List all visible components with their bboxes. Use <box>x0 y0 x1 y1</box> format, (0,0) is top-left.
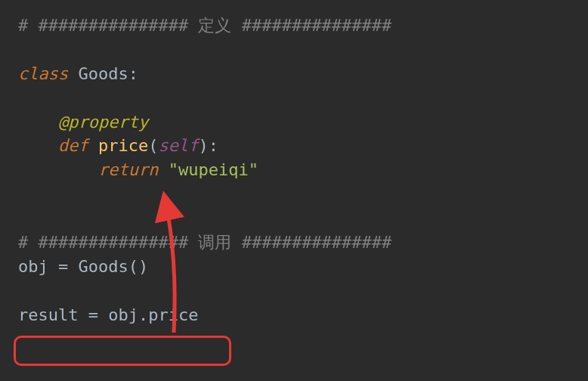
paren-close: ) <box>198 136 208 155</box>
equals: = <box>78 305 108 324</box>
ident-obj: obj <box>18 257 48 276</box>
ident-obj-ref: obj <box>108 305 138 324</box>
ident-result: result <box>18 305 78 324</box>
attr-price: price <box>148 305 198 324</box>
decorator-name: property <box>68 113 148 132</box>
class-name: Goods <box>78 64 128 83</box>
decorator-at: @ <box>58 113 68 132</box>
colon: : <box>209 136 218 155</box>
paren-open: ( <box>148 136 158 155</box>
paren-close: ) <box>138 257 148 276</box>
keyword-class: class <box>18 64 68 83</box>
keyword-return: return <box>98 160 158 179</box>
self-param: self <box>158 136 198 155</box>
call-classname: Goods <box>79 257 128 276</box>
string-literal: "wupeiqi" <box>169 160 258 179</box>
paren-open: ( <box>128 257 138 276</box>
keyword-def: def <box>58 136 88 155</box>
comment-line-2: # ############### 调用 ############### <box>18 233 391 252</box>
function-name: price <box>98 136 148 155</box>
colon: : <box>128 64 138 83</box>
dot: . <box>138 305 148 324</box>
comment-line-1: # ############### 定义 ############### <box>18 16 391 35</box>
highlight-box <box>14 336 231 366</box>
equals: = <box>48 257 79 276</box>
code-block: # ############### 定义 ############### cla… <box>0 0 588 341</box>
